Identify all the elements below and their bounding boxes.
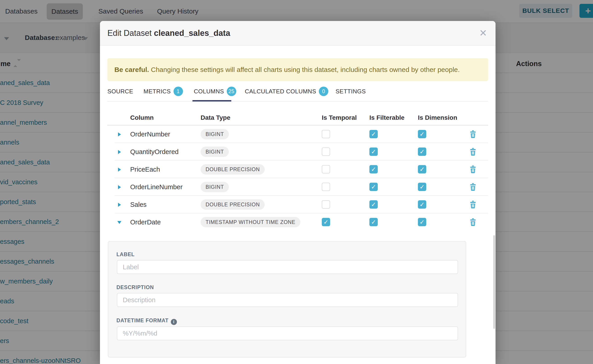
modal-header: Edit Dataset cleaned_sales_data ✕ bbox=[100, 21, 495, 46]
metrics-count-badge: 1 bbox=[173, 87, 183, 96]
label-field-label: LABEL bbox=[116, 252, 135, 258]
tab-settings[interactable]: SETTINGS bbox=[336, 81, 366, 102]
is-filterable-checkbox[interactable]: ✓ bbox=[369, 165, 378, 173]
is-filterable-checkbox[interactable]: ✓ bbox=[369, 148, 378, 156]
is-dimension-checkbox[interactable]: ✓ bbox=[418, 218, 426, 226]
label-input[interactable] bbox=[117, 260, 458, 274]
description-input[interactable] bbox=[117, 293, 458, 307]
data-type-pill: BIGINT bbox=[201, 147, 229, 157]
header-column: Column bbox=[130, 114, 154, 121]
is-dimension-checkbox[interactable]: ✓ bbox=[418, 200, 426, 209]
delete-column-icon[interactable] bbox=[470, 148, 476, 156]
column-name: OrderLineNumber bbox=[130, 178, 183, 196]
data-type-pill: TIMESTAMP WITHOUT TIME ZONE bbox=[201, 217, 300, 227]
column-name: PriceEach bbox=[130, 161, 160, 178]
columns-table-header: Column Data Type Is Temporal Is Filterab… bbox=[107, 102, 488, 125]
columns-table-body: OrderNumberBIGINT✓✓QuantityOrderedBIGINT… bbox=[107, 125, 488, 231]
is-temporal-checkbox[interactable] bbox=[322, 200, 330, 209]
close-icon[interactable]: ✕ bbox=[476, 26, 490, 40]
modal-title-prefix: Edit Dataset bbox=[107, 28, 154, 38]
warning-bold-text: Be careful. bbox=[114, 66, 149, 73]
is-temporal-checkbox[interactable]: ✓ bbox=[322, 218, 330, 226]
delete-column-icon[interactable] bbox=[470, 201, 476, 208]
collapse-caret-icon[interactable] bbox=[117, 221, 121, 224]
modal-title-dataset-name: cleaned_sales_data bbox=[154, 28, 230, 38]
warning-text: Changing these settings will affect all … bbox=[149, 66, 460, 73]
tab-calculated-columns[interactable]: CALCULATED COLUMNS0 bbox=[245, 81, 328, 102]
tab-source[interactable]: SOURCE bbox=[107, 81, 133, 102]
is-temporal-checkbox[interactable] bbox=[322, 183, 330, 191]
delete-column-icon[interactable] bbox=[470, 218, 476, 226]
column-row: OrderDateTIMESTAMP WITHOUT TIME ZONE✓✓✓ bbox=[107, 213, 488, 231]
expand-caret-icon[interactable] bbox=[118, 203, 121, 207]
column-row: OrderNumberBIGINT✓✓ bbox=[107, 125, 488, 143]
header-is-dimension: Is Dimension bbox=[418, 114, 457, 121]
header-is-filterable: Is Filterable bbox=[369, 114, 405, 121]
delete-column-icon[interactable] bbox=[470, 183, 476, 191]
tab-columns[interactable]: COLUMNS25 bbox=[194, 81, 236, 102]
columns-count-badge: 25 bbox=[227, 87, 236, 96]
is-filterable-checkbox[interactable]: ✓ bbox=[369, 218, 378, 226]
datetime-format-input[interactable] bbox=[117, 326, 458, 340]
data-type-pill: BIGINT bbox=[201, 129, 229, 139]
column-row: OrderLineNumberBIGINT✓✓ bbox=[107, 178, 488, 196]
column-name: OrderNumber bbox=[130, 125, 170, 143]
warning-banner: Be careful. Changing these settings will… bbox=[107, 58, 488, 81]
is-dimension-checkbox[interactable]: ✓ bbox=[418, 183, 426, 191]
modal-scrollbar[interactable] bbox=[493, 235, 495, 329]
is-temporal-checkbox[interactable] bbox=[322, 148, 330, 156]
column-row: SalesDOUBLE PRECISION✓✓ bbox=[107, 196, 488, 213]
is-filterable-checkbox[interactable]: ✓ bbox=[369, 200, 378, 209]
modal-tabs: SOURCE METRICS1 COLUMNS25 CALCULATED COL… bbox=[107, 81, 488, 102]
column-detail-panel: LABEL DESCRIPTION DATETIME FORMATi bbox=[108, 241, 466, 358]
info-icon[interactable]: i bbox=[171, 319, 177, 325]
delete-column-icon[interactable] bbox=[470, 166, 476, 173]
is-dimension-checkbox[interactable]: ✓ bbox=[418, 130, 426, 138]
calculated-columns-count-badge: 0 bbox=[319, 87, 328, 96]
expand-caret-icon[interactable] bbox=[118, 185, 121, 189]
data-type-pill: DOUBLE PRECISION bbox=[201, 199, 265, 210]
column-name: OrderDate bbox=[130, 213, 161, 231]
column-row: QuantityOrderedBIGINT✓✓ bbox=[107, 143, 488, 161]
modal-title: Edit Dataset cleaned_sales_data bbox=[107, 21, 230, 45]
is-filterable-checkbox[interactable]: ✓ bbox=[369, 183, 378, 191]
column-row: PriceEachDOUBLE PRECISION✓✓ bbox=[107, 161, 488, 178]
is-temporal-checkbox[interactable] bbox=[322, 165, 330, 173]
is-temporal-checkbox[interactable] bbox=[322, 130, 330, 138]
description-field-label: DESCRIPTION bbox=[116, 284, 154, 291]
header-data-type: Data Type bbox=[201, 114, 231, 121]
column-name: QuantityOrdered bbox=[130, 143, 178, 161]
expand-caret-icon[interactable] bbox=[118, 150, 121, 154]
data-type-pill: BIGINT bbox=[201, 182, 229, 192]
datetime-format-field-label: DATETIME FORMATi bbox=[116, 318, 177, 325]
expand-caret-icon[interactable] bbox=[118, 168, 121, 172]
column-name: Sales bbox=[130, 196, 147, 213]
is-dimension-checkbox[interactable]: ✓ bbox=[418, 165, 426, 173]
edit-dataset-modal: Edit Dataset cleaned_sales_data ✕ Be car… bbox=[100, 21, 495, 364]
is-filterable-checkbox[interactable]: ✓ bbox=[369, 130, 378, 138]
header-is-temporal: Is Temporal bbox=[322, 114, 357, 121]
expand-caret-icon[interactable] bbox=[118, 132, 121, 136]
data-type-pill: DOUBLE PRECISION bbox=[201, 164, 265, 175]
tab-metrics[interactable]: METRICS1 bbox=[144, 81, 183, 102]
is-dimension-checkbox[interactable]: ✓ bbox=[418, 148, 426, 156]
delete-column-icon[interactable] bbox=[470, 130, 476, 138]
